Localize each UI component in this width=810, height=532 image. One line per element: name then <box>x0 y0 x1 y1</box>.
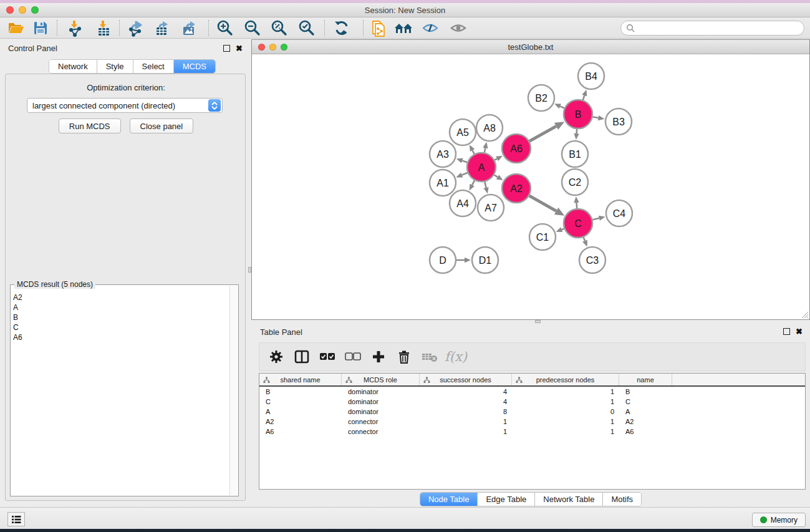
mcds-result-item[interactable]: B <box>13 312 229 322</box>
table-cell[interactable]: connector <box>342 418 420 425</box>
edge-B-B2[interactable] <box>560 106 564 108</box>
network-window-titlebar[interactable]: testGlobe.txt <box>252 40 809 54</box>
function-builder-button[interactable]: f(x) <box>445 349 467 364</box>
graph-node-A3[interactable]: A3 <box>430 141 456 167</box>
tab-motifs[interactable]: Motifs <box>603 493 641 506</box>
apply-layout-button[interactable] <box>329 19 354 37</box>
table-cell[interactable]: A2 <box>259 418 342 425</box>
column-header-successor-nodes[interactable]: successor nodes <box>420 374 512 385</box>
edge-B-B3[interactable] <box>593 117 599 118</box>
tab-network[interactable]: Network <box>49 60 97 73</box>
table-cell[interactable]: C <box>259 398 342 405</box>
graph-node-A5[interactable]: A5 <box>450 119 476 145</box>
table-cell[interactable]: dominator <box>342 398 420 405</box>
table-cell[interactable]: C <box>619 398 672 405</box>
create-column-button[interactable] <box>367 346 390 367</box>
new-network-button[interactable] <box>367 19 392 37</box>
select-all-columns-button[interactable] <box>316 346 339 367</box>
edge-A2-C[interactable] <box>529 196 556 211</box>
table-cell[interactable]: B <box>259 388 342 395</box>
graph-node-C2[interactable]: C2 <box>562 169 588 195</box>
table-cell[interactable]: 1 <box>512 418 619 425</box>
save-session-button[interactable] <box>28 19 53 37</box>
zoom-in-button[interactable] <box>213 19 238 37</box>
column-header-predecessor-nodes[interactable]: predecessor nodes <box>512 374 619 385</box>
graph-node-A4[interactable]: A4 <box>450 190 476 216</box>
horizontal-splitter-handle[interactable] <box>535 320 541 323</box>
import-table-button[interactable] <box>91 19 116 37</box>
edge-C-C4[interactable] <box>592 218 599 220</box>
control-panel-float-button[interactable] <box>223 45 230 52</box>
table-cell[interactable]: A6 <box>259 428 342 435</box>
mcds-result-item[interactable]: A6 <box>13 332 229 342</box>
edge-A-A3[interactable] <box>462 161 467 163</box>
table-panel-float-button[interactable] <box>783 328 790 335</box>
table-cell[interactable]: A <box>259 408 342 415</box>
mcds-result-item[interactable]: C <box>13 322 229 332</box>
edge-A-A1[interactable] <box>462 173 468 175</box>
table-cell[interactable]: dominator <box>342 388 420 395</box>
tab-node-table[interactable]: Node Table <box>420 493 478 506</box>
run-mcds-button[interactable]: Run MCDS <box>59 118 121 133</box>
memory-button[interactable]: Memory <box>752 513 806 527</box>
graph-node-C4[interactable]: C4 <box>606 200 632 226</box>
hide-panels-button[interactable] <box>418 19 443 37</box>
table-cell[interactable]: 4 <box>420 388 512 395</box>
tab-select[interactable]: Select <box>133 60 174 73</box>
edge-A6-B[interactable] <box>529 126 556 141</box>
edge-A-A4[interactable] <box>472 180 475 185</box>
mcds-result-item[interactable]: A2 <box>13 293 229 302</box>
delete-table-button[interactable] <box>418 346 441 367</box>
tab-mcds[interactable]: MCDS <box>174 60 215 73</box>
show-panels-button[interactable] <box>446 19 471 37</box>
edge-C-C2[interactable] <box>576 203 577 208</box>
show-columns-button[interactable] <box>290 346 313 367</box>
table-cell[interactable]: 4 <box>420 398 512 405</box>
graph-node-A[interactable]: A <box>467 153 496 181</box>
table-settings-button[interactable] <box>264 346 287 367</box>
import-network-button[interactable] <box>62 19 87 37</box>
graph-node-A7[interactable]: A7 <box>478 195 504 221</box>
graph-node-B[interactable]: B <box>564 100 592 128</box>
edge-A-A8[interactable] <box>485 148 485 152</box>
graph-node-A1[interactable]: A1 <box>430 170 456 196</box>
tab-edge-table[interactable]: Edge Table <box>478 493 535 506</box>
table-row[interactable]: Cdominator41C <box>259 397 805 407</box>
graph-node-B4[interactable]: B4 <box>578 63 604 89</box>
search-input[interactable] <box>639 24 804 32</box>
mcds-result-list[interactable]: A2ABCA6 <box>11 289 229 495</box>
deselect-all-columns-button[interactable] <box>341 346 364 367</box>
table-row[interactable]: A2connector11A2 <box>259 417 805 427</box>
graph-node-D[interactable]: D <box>430 247 456 273</box>
table-cell[interactable]: 1 <box>420 428 512 435</box>
graph-node-A8[interactable]: A8 <box>476 115 503 141</box>
table-row[interactable]: A6connector11A6 <box>259 427 805 437</box>
export-table-button[interactable] <box>150 19 175 37</box>
graph-node-C[interactable]: C <box>564 209 592 238</box>
table-row[interactable]: Bdominator41B <box>259 387 805 397</box>
edge-C-C3[interactable] <box>584 237 585 241</box>
graph-node-C1[interactable]: C1 <box>529 224 556 250</box>
column-header-shared-name[interactable]: shared name <box>259 374 342 385</box>
close-panel-button[interactable]: Close panel <box>130 118 194 133</box>
node-table[interactable]: shared nameMCDS rolesuccessor nodesprede… <box>259 373 806 490</box>
table-cell[interactable]: 0 <box>512 408 619 415</box>
graph-node-B3[interactable]: B3 <box>605 109 632 135</box>
export-image-button[interactable] <box>177 19 202 37</box>
export-network-button[interactable] <box>123 19 148 37</box>
table-row[interactable]: Adominator80A <box>259 407 805 417</box>
global-search-field[interactable] <box>620 21 804 36</box>
table-cell[interactable]: B <box>619 388 672 395</box>
edge-A-A6[interactable] <box>494 159 497 160</box>
tab-network-table[interactable]: Network Table <box>535 493 603 506</box>
task-history-button[interactable] <box>7 512 25 526</box>
edge-C-C1[interactable] <box>562 229 564 230</box>
column-header-MCDS-role[interactable]: MCDS role <box>342 374 420 385</box>
edge-B-B4[interactable] <box>583 95 584 100</box>
zoom-fit-button[interactable] <box>267 19 292 37</box>
table-cell[interactable]: 1 <box>512 388 619 395</box>
zoom-selected-button[interactable] <box>294 19 319 37</box>
table-cell[interactable]: dominator <box>342 408 420 415</box>
open-session-button[interactable] <box>4 19 29 37</box>
table-cell[interactable]: 1 <box>512 398 619 405</box>
